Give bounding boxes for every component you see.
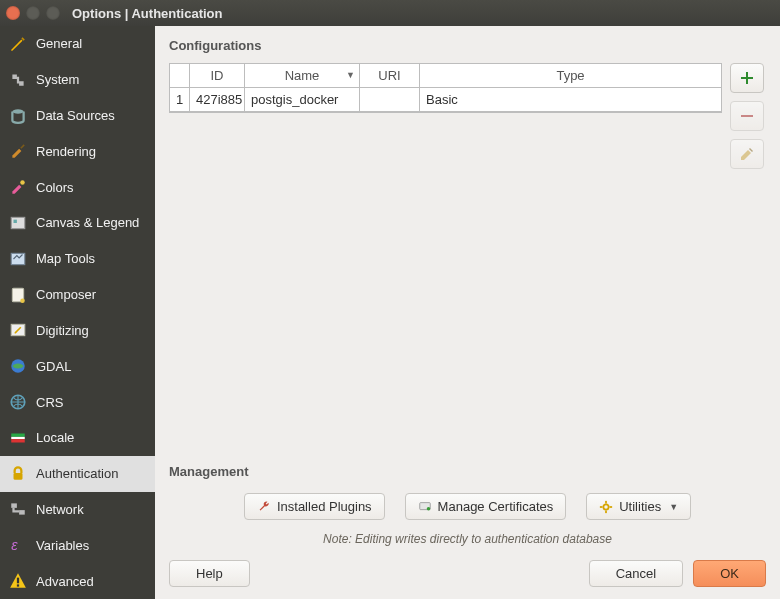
add-config-button[interactable] [730,63,764,93]
sidebar-item-crs[interactable]: CRS [0,384,155,420]
table-header-rownum[interactable] [170,64,190,88]
svg-rect-23 [605,500,607,503]
svg-rect-2 [11,217,25,228]
sidebar-item-advanced[interactable]: Advanced [0,563,155,599]
pencil-icon [739,146,755,162]
dialog-footer: Help Cancel OK [169,560,766,587]
svg-point-22 [604,504,609,509]
sidebar-item-label: Network [36,502,84,517]
management-note: Note: Editing writes directly to authent… [169,532,766,546]
svg-rect-10 [11,433,25,436]
ok-button[interactable]: OK [693,560,766,587]
map-tools-icon [8,249,28,269]
svg-rect-13 [14,473,23,480]
manage-certificates-label: Manage Certificates [438,499,554,514]
sidebar-item-composer[interactable]: Composer [0,277,155,313]
window-close-button[interactable] [6,6,20,20]
cell-name: postgis_docker [245,88,360,112]
svg-rect-3 [14,220,17,223]
svg-rect-18 [17,584,19,586]
minus-icon [739,108,755,124]
gdal-icon [8,356,28,376]
sort-indicator-icon: ▼ [346,70,355,80]
svg-point-21 [426,507,430,511]
sidebar-item-system[interactable]: System [0,62,155,98]
window-title: Options | Authentication [72,6,222,21]
sidebar-item-label: Data Sources [36,108,115,123]
sidebar-item-label: GDAL [36,359,71,374]
table-header-id[interactable]: ID [190,64,245,88]
authentication-icon [8,464,28,484]
locale-icon [8,428,28,448]
sidebar-item-authentication[interactable]: Authentication [0,456,155,492]
svg-point-6 [20,298,25,303]
svg-rect-19 [741,115,753,117]
sidebar-item-label: Advanced [36,574,94,589]
general-icon [8,34,28,54]
cancel-button[interactable]: Cancel [589,560,683,587]
sidebar-item-rendering[interactable]: Rendering [0,133,155,169]
svg-rect-25 [600,506,603,508]
sidebar-item-label: Map Tools [36,251,95,266]
svg-rect-12 [11,439,25,442]
sidebar-item-variables[interactable]: εVariables [0,527,155,563]
configurations-table: ID Name▼ URI Type 1427i885postgis_docker… [169,63,722,113]
sidebar-item-label: Canvas & Legend [36,215,139,230]
canvas-legend-icon [8,213,28,233]
window-minimize-button[interactable] [26,6,40,20]
sidebar-item-label: Authentication [36,466,118,481]
sidebar-item-colors[interactable]: Colors [0,169,155,205]
svg-rect-15 [19,511,25,516]
sidebar-item-data-sources[interactable]: Data Sources [0,98,155,134]
installed-plugins-label: Installed Plugins [277,499,372,514]
colors-icon [8,177,28,197]
advanced-icon [8,571,28,591]
cell-n: 1 [170,88,190,112]
sidebar-item-locale[interactable]: Locale [0,420,155,456]
wrench-icon [257,500,271,514]
sidebar-item-digitizing[interactable]: Digitizing [0,313,155,349]
table-header-uri[interactable]: URI [360,64,420,88]
variables-icon: ε [8,535,28,555]
sidebar-item-label: Rendering [36,144,96,159]
certificate-icon [418,500,432,514]
svg-rect-14 [11,504,17,509]
sidebar-item-label: Locale [36,430,74,445]
config-toolbuttons [730,63,766,169]
management-buttons-row: Installed Plugins Manage Certificates Ut… [169,493,766,520]
options-sidebar: GeneralSystemData SourcesRenderingColors… [0,26,155,599]
options-content: Configurations ID Name▼ URI Type 1427i88… [155,26,780,599]
sidebar-item-gdal[interactable]: GDAL [0,348,155,384]
management-heading: Management [169,464,766,479]
utilities-label: Utilities [619,499,661,514]
sidebar-item-label: Variables [36,538,89,553]
sidebar-item-label: General [36,36,82,51]
crs-icon [8,392,28,412]
svg-point-1 [20,180,25,185]
network-icon [8,499,28,519]
digitizing-icon [8,320,28,340]
installed-plugins-button[interactable]: Installed Plugins [244,493,385,520]
help-button[interactable]: Help [169,560,250,587]
sidebar-item-general[interactable]: General [0,26,155,62]
sidebar-item-label: CRS [36,395,63,410]
sidebar-item-label: Digitizing [36,323,89,338]
edit-config-button[interactable] [730,139,764,169]
svg-rect-26 [610,506,613,508]
window-maximize-button[interactable] [46,6,60,20]
remove-config-button[interactable] [730,101,764,131]
sidebar-item-canvas-legend[interactable]: Canvas & Legend [0,205,155,241]
svg-rect-24 [605,510,607,513]
utilities-button[interactable]: Utilities ▼ [586,493,691,520]
system-icon [8,70,28,90]
table-row[interactable]: 1427i885postgis_dockerBasic [170,88,722,112]
sidebar-item-label: Colors [36,180,74,195]
table-header-type[interactable]: Type [420,64,722,88]
data-sources-icon [8,106,28,126]
gear-icon [599,500,613,514]
table-header-name[interactable]: Name▼ [245,64,360,88]
svg-point-0 [12,109,23,114]
sidebar-item-map-tools[interactable]: Map Tools [0,241,155,277]
sidebar-item-network[interactable]: Network [0,492,155,528]
manage-certificates-button[interactable]: Manage Certificates [405,493,567,520]
